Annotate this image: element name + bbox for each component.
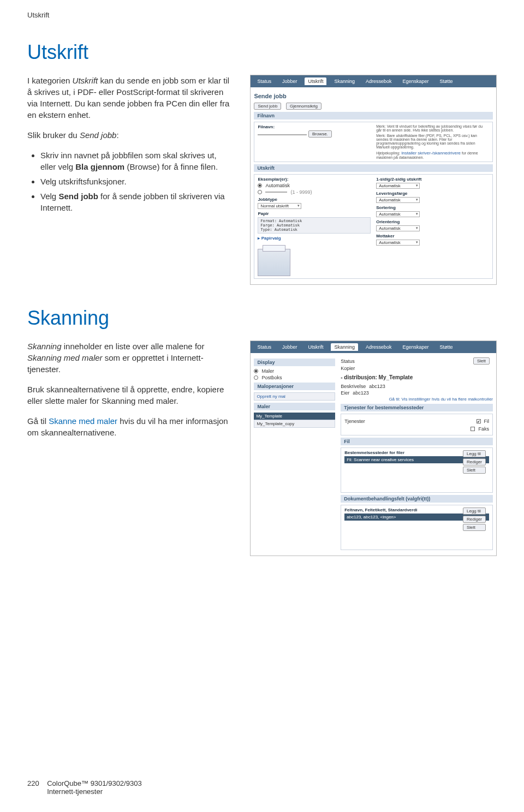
note3a: Hjelpekopling: [376,151,401,155]
footer-subtitle: Internett-tjenester [47,787,103,796]
tab2-status[interactable]: Status [254,343,275,351]
tab-jobber[interactable]: Jobber [279,77,301,85]
sidig-select[interactable]: Automatisk [376,183,420,189]
tab-status[interactable]: Status [254,77,275,85]
filnavn-input[interactable] [258,134,307,135]
levfarge-select[interactable]: Automatisk [376,197,420,203]
tab2-utskrift[interactable]: Utskrift [305,343,326,351]
send-jobb-btn[interactable]: Send jobb [254,103,281,110]
leggtil-btn-2[interactable]: Legg til [463,507,486,515]
sende-jobb-title: Sende jobb [254,93,493,99]
maler-radio[interactable] [254,369,258,373]
tabbar1: Status Jobber Utskrift Skanning Adresseb… [251,75,496,87]
postboks-opt: Postboks [261,375,282,380]
product-name: ColorQube™ 9301/9302/9303 [47,779,141,787]
fil-lbl: Fil [484,419,490,424]
b1c: (Browse) for å finne filen. [124,162,218,171]
mal-row-1[interactable]: My_Template [254,413,335,420]
beskriv-val: abc123 [369,384,385,389]
tab2-egenskaper[interactable]: Egenskaper [400,343,432,351]
s1p2b: Send jobb [80,130,117,140]
sortering-label: Sortering [376,205,489,210]
tab-adressebok[interactable]: Adressebok [362,77,395,85]
mal-row-2[interactable]: My_Template_copy [254,420,335,428]
papirvalg-link[interactable]: ▸ Papirvalg [258,236,371,241]
jobbtype-select[interactable]: Normal utskrift [258,203,301,209]
dok-section: Dokumentbehandlingsfelt (valgfri(tt)) [341,495,493,503]
malops-section: Maloperasjoner [254,383,335,390]
s2p1d: Skanning med maler [27,353,103,362]
postboks-radio[interactable] [254,375,258,380]
note1: Merk: Vent til vinduet for bekrefting av… [376,124,489,132]
leggtil-btn-1[interactable]: Legg til [463,450,486,457]
orientering-select[interactable]: Automatisk [376,225,420,231]
overview-btn[interactable]: Gjennomsikrig [286,103,321,110]
rediger-btn-2[interactable]: Rediger [463,516,486,523]
auto-label: Automatisk [265,183,290,188]
skanne-med-maler-link[interactable]: Skanne med maler [49,416,117,426]
tab-stotte[interactable]: Støtte [437,77,456,85]
opprett-ny-mal-link[interactable]: Opprett ny mal [254,392,335,401]
jobbtype-label: Jobbtype [258,197,371,202]
skanning-screenshot: Status Jobber Utskrift Skanning Adresseb… [250,341,497,556]
slett-btn-2[interactable]: Slett [463,524,486,531]
papirvalg-text: Papirvalg [261,236,281,241]
bullet2: Velg utskriftsfunksjoner. [40,176,234,187]
faks-checkbox[interactable] [471,427,475,431]
rediger-btn-1[interactable]: Rediger [463,458,486,465]
page-number: 220 [27,779,39,787]
s2p1c: inneholder en liste over alle malene for [62,342,205,351]
install-drivers-link[interactable]: Installer skriver-/skannedrivere [401,151,461,156]
tab2-jobber[interactable]: Jobber [279,343,301,351]
tab-egenskaper[interactable]: Egenskaper [400,77,432,85]
maler-section: Maler [254,403,335,410]
maler-opt: Maler [261,368,274,374]
printer-icon [258,249,290,276]
kopier-lbl: Kopier [341,366,355,371]
dist-label: - distribusjon: My_Template [341,374,493,380]
mottaker-label: Mottaker [376,234,489,238]
display-section: Display [254,359,335,366]
eksemplarer-label: Eksemplar(er): [258,177,371,182]
controller-link[interactable]: Gå til: Vis innstillinger hvis du vil ha… [341,397,493,402]
tab-skanning[interactable]: Skanning [331,77,358,85]
s2p1b: Skanning [27,342,62,351]
status-lbl: Status [341,359,355,364]
b3b: Send jobb [58,192,98,201]
slett-btn-top[interactable]: Slett [473,357,490,365]
mottaker-select[interactable]: Automatisk [376,240,420,246]
s1p1b: Utskrift [73,76,98,85]
papir-label: Papir [258,211,371,216]
orientering-label: Orientering [376,219,489,224]
utskrift-text: I kategorien Utskrift kan du sende en jo… [27,75,234,285]
utskrift-heading: Utskrift [27,41,497,64]
s1p2c: : [116,130,118,140]
note2: Merk: Bare utskriftsklare filer (PDF, PS… [376,134,489,149]
slett-btn-1[interactable]: Slett [463,467,486,474]
browse-btn[interactable]: Browse. [308,130,332,138]
s1p1a: I kategorien [27,76,73,85]
tab-utskrift[interactable]: Utskrift [305,77,326,85]
breadcrumb: Utskrift [27,11,497,19]
tab2-skanning[interactable]: Skanning [331,343,358,351]
papir-box: Format: Automatisk Farge: Automatisk Typ… [258,217,371,234]
eier-lbl: Eier [341,390,349,396]
sortering-select[interactable]: Automatisk [376,211,420,217]
bullet3: Velg Send jobb for å sende jobben til sk… [40,190,234,213]
count-input[interactable] [265,192,287,193]
range: (1 - 9999) [290,189,312,195]
count-radio[interactable] [258,190,262,194]
tjenester-section: Tjenester for bestemmelsessteder [341,404,493,411]
s1p2a: Slik bruker du [27,130,80,140]
faks-lbl: Faks [478,426,489,432]
tabbar2: Status Jobber Utskrift Skanning Adresseb… [251,341,496,353]
utskrift-screenshot: Status Jobber Utskrift Skanning Adresseb… [250,75,497,285]
auto-radio[interactable] [258,183,262,188]
b3a: Velg [40,192,58,201]
bullet1: Skriv inn navnet på jobbfilen som skal s… [40,150,234,172]
tab2-adressebok[interactable]: Adressebok [362,343,395,351]
tab2-stotte[interactable]: Støtte [437,343,456,351]
fil-checkbox[interactable] [477,419,481,423]
beskriv-lbl: Beskrivelse [341,384,366,389]
tjenester-lbl: Tjenester [344,419,365,424]
